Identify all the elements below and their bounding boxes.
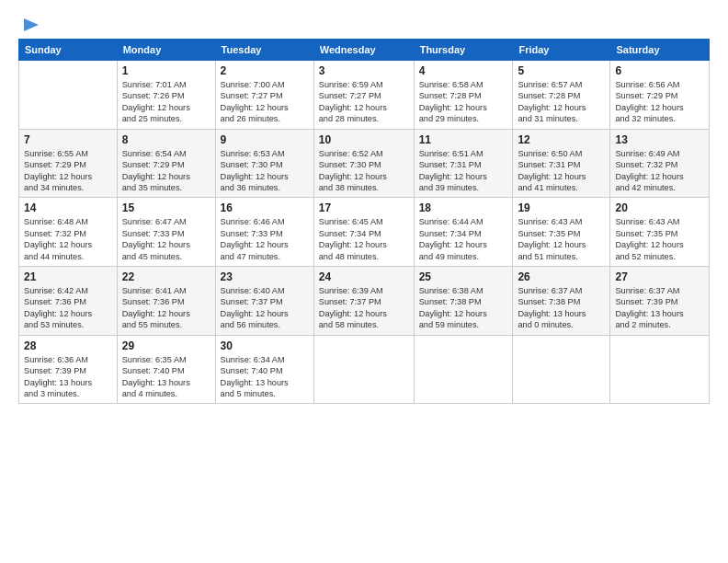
cell-info-text: Sunrise: 6:37 AM Sunset: 7:38 PM Dayligh… [518, 285, 605, 331]
cell-info-text: Sunrise: 6:45 AM Sunset: 7:34 PM Dayligh… [319, 216, 409, 262]
calendar-cell: 2Sunrise: 7:00 AM Sunset: 7:27 PM Daylig… [215, 61, 313, 130]
calendar-cell: 23Sunrise: 6:40 AM Sunset: 7:37 PM Dayli… [215, 267, 313, 336]
cell-day-number: 13 [615, 133, 704, 146]
calendar-cell: 4Sunrise: 6:58 AM Sunset: 7:28 PM Daylig… [414, 61, 513, 130]
cell-day-number: 1 [122, 64, 210, 77]
cell-info-text: Sunrise: 6:43 AM Sunset: 7:35 PM Dayligh… [615, 216, 704, 262]
cell-info-text: Sunrise: 6:50 AM Sunset: 7:31 PM Dayligh… [518, 148, 605, 194]
cell-day-number: 29 [122, 339, 210, 352]
calendar-cell: 26Sunrise: 6:37 AM Sunset: 7:38 PM Dayli… [513, 267, 610, 336]
cell-day-number: 30 [221, 339, 309, 352]
calendar-cell [313, 335, 414, 404]
calendar-cell: 22Sunrise: 6:41 AM Sunset: 7:36 PM Dayli… [117, 267, 215, 336]
cell-day-number: 16 [221, 201, 309, 214]
cell-day-number: 12 [518, 133, 605, 146]
cell-info-text: Sunrise: 6:35 AM Sunset: 7:40 PM Dayligh… [122, 354, 210, 400]
week-row-3: 14Sunrise: 6:48 AM Sunset: 7:32 PM Dayli… [19, 198, 710, 267]
cell-info-text: Sunrise: 6:49 AM Sunset: 7:32 PM Dayligh… [615, 148, 704, 194]
calendar-cell: 8Sunrise: 6:54 AM Sunset: 7:29 PM Daylig… [117, 129, 215, 198]
cell-day-number: 28 [24, 339, 112, 352]
col-header-wednesday: Wednesday [313, 40, 414, 61]
calendar-cell: 21Sunrise: 6:42 AM Sunset: 7:36 PM Dayli… [19, 267, 118, 336]
cell-info-text: Sunrise: 6:58 AM Sunset: 7:28 PM Dayligh… [419, 79, 508, 125]
cell-day-number: 26 [518, 270, 605, 283]
calendar-cell: 30Sunrise: 6:34 AM Sunset: 7:40 PM Dayli… [215, 335, 313, 404]
calendar-cell: 20Sunrise: 6:43 AM Sunset: 7:35 PM Dayli… [610, 198, 710, 267]
cell-day-number: 6 [615, 64, 704, 77]
calendar-cell: 25Sunrise: 6:38 AM Sunset: 7:38 PM Dayli… [414, 267, 513, 336]
calendar-cell: 10Sunrise: 6:52 AM Sunset: 7:30 PM Dayli… [313, 129, 414, 198]
calendar-cell: 11Sunrise: 6:51 AM Sunset: 7:31 PM Dayli… [414, 129, 513, 198]
cell-day-number: 27 [615, 270, 704, 283]
calendar-cell: 15Sunrise: 6:47 AM Sunset: 7:33 PM Dayli… [117, 198, 215, 267]
logo [18, 17, 40, 31]
cell-info-text: Sunrise: 6:43 AM Sunset: 7:35 PM Dayligh… [518, 216, 605, 262]
calendar-cell: 29Sunrise: 6:35 AM Sunset: 7:40 PM Dayli… [117, 335, 215, 404]
calendar-cell: 18Sunrise: 6:44 AM Sunset: 7:34 PM Dayli… [414, 198, 513, 267]
calendar-table: SundayMondayTuesdayWednesdayThursdayFrid… [18, 39, 710, 404]
cell-info-text: Sunrise: 6:42 AM Sunset: 7:36 PM Dayligh… [24, 285, 112, 331]
col-header-sunday: Sunday [19, 40, 118, 61]
cell-day-number: 22 [122, 270, 210, 283]
calendar-cell: 6Sunrise: 6:56 AM Sunset: 7:29 PM Daylig… [610, 61, 710, 130]
cell-day-number: 20 [615, 201, 704, 214]
calendar-cell: 3Sunrise: 6:59 AM Sunset: 7:27 PM Daylig… [313, 61, 414, 130]
cell-day-number: 19 [518, 201, 605, 214]
cell-info-text: Sunrise: 6:44 AM Sunset: 7:34 PM Dayligh… [419, 216, 508, 262]
cell-info-text: Sunrise: 6:38 AM Sunset: 7:38 PM Dayligh… [419, 285, 508, 331]
cell-day-number: 4 [419, 64, 508, 77]
cell-day-number: 7 [24, 133, 112, 146]
calendar-cell: 13Sunrise: 6:49 AM Sunset: 7:32 PM Dayli… [610, 129, 710, 198]
col-header-thursday: Thursday [414, 40, 513, 61]
cell-day-number: 10 [319, 133, 409, 146]
cell-info-text: Sunrise: 6:34 AM Sunset: 7:40 PM Dayligh… [221, 354, 309, 400]
cell-info-text: Sunrise: 6:52 AM Sunset: 7:30 PM Dayligh… [319, 148, 409, 194]
cell-day-number: 3 [319, 64, 409, 77]
col-header-monday: Monday [117, 40, 215, 61]
cell-info-text: Sunrise: 6:37 AM Sunset: 7:39 PM Dayligh… [615, 285, 704, 331]
cell-day-number: 5 [518, 64, 605, 77]
cell-day-number: 17 [319, 201, 409, 214]
calendar-cell [414, 335, 513, 404]
calendar-cell [610, 335, 710, 404]
cell-day-number: 21 [24, 270, 112, 283]
cell-info-text: Sunrise: 6:39 AM Sunset: 7:37 PM Dayligh… [319, 285, 409, 331]
cell-info-text: Sunrise: 6:57 AM Sunset: 7:28 PM Dayligh… [518, 79, 605, 125]
week-row-4: 21Sunrise: 6:42 AM Sunset: 7:36 PM Dayli… [19, 267, 710, 336]
cell-info-text: Sunrise: 6:59 AM Sunset: 7:27 PM Dayligh… [319, 79, 409, 125]
cell-info-text: Sunrise: 6:40 AM Sunset: 7:37 PM Dayligh… [221, 285, 309, 331]
cell-info-text: Sunrise: 6:51 AM Sunset: 7:31 PM Dayligh… [419, 148, 508, 194]
cell-info-text: Sunrise: 6:41 AM Sunset: 7:36 PM Dayligh… [122, 285, 210, 331]
calendar-cell: 7Sunrise: 6:55 AM Sunset: 7:29 PM Daylig… [19, 129, 118, 198]
cell-info-text: Sunrise: 6:46 AM Sunset: 7:33 PM Dayligh… [221, 216, 309, 262]
week-row-2: 7Sunrise: 6:55 AM Sunset: 7:29 PM Daylig… [19, 129, 710, 198]
cell-info-text: Sunrise: 7:00 AM Sunset: 7:27 PM Dayligh… [221, 79, 309, 125]
cell-day-number: 18 [419, 201, 508, 214]
cell-info-text: Sunrise: 6:55 AM Sunset: 7:29 PM Dayligh… [24, 148, 112, 194]
week-row-5: 28Sunrise: 6:36 AM Sunset: 7:39 PM Dayli… [19, 335, 710, 404]
calendar-cell: 17Sunrise: 6:45 AM Sunset: 7:34 PM Dayli… [313, 198, 414, 267]
cell-day-number: 11 [419, 133, 508, 146]
cell-info-text: Sunrise: 6:53 AM Sunset: 7:30 PM Dayligh… [221, 148, 309, 194]
calendar-cell: 19Sunrise: 6:43 AM Sunset: 7:35 PM Dayli… [513, 198, 610, 267]
cell-info-text: Sunrise: 7:01 AM Sunset: 7:26 PM Dayligh… [122, 79, 210, 125]
col-header-saturday: Saturday [610, 40, 710, 61]
calendar-cell: 16Sunrise: 6:46 AM Sunset: 7:33 PM Dayli… [215, 198, 313, 267]
calendar-cell: 12Sunrise: 6:50 AM Sunset: 7:31 PM Dayli… [513, 129, 610, 198]
col-header-tuesday: Tuesday [215, 40, 313, 61]
cell-day-number: 24 [319, 270, 409, 283]
cell-day-number: 8 [122, 133, 210, 146]
cell-info-text: Sunrise: 6:56 AM Sunset: 7:29 PM Dayligh… [615, 79, 704, 125]
calendar-cell: 27Sunrise: 6:37 AM Sunset: 7:39 PM Dayli… [610, 267, 710, 336]
logo-arrow-icon [20, 17, 40, 33]
week-row-1: 1Sunrise: 7:01 AM Sunset: 7:26 PM Daylig… [19, 61, 710, 130]
cell-info-text: Sunrise: 6:48 AM Sunset: 7:32 PM Dayligh… [24, 216, 112, 262]
cell-day-number: 9 [221, 133, 309, 146]
cell-day-number: 14 [24, 201, 112, 214]
page: SundayMondayTuesdayWednesdayThursdayFrid… [0, 0, 728, 563]
calendar-cell: 24Sunrise: 6:39 AM Sunset: 7:37 PM Dayli… [313, 267, 414, 336]
header-row [18, 17, 710, 31]
col-header-friday: Friday [513, 40, 610, 61]
cell-day-number: 2 [221, 64, 309, 77]
calendar-cell: 9Sunrise: 6:53 AM Sunset: 7:30 PM Daylig… [215, 129, 313, 198]
